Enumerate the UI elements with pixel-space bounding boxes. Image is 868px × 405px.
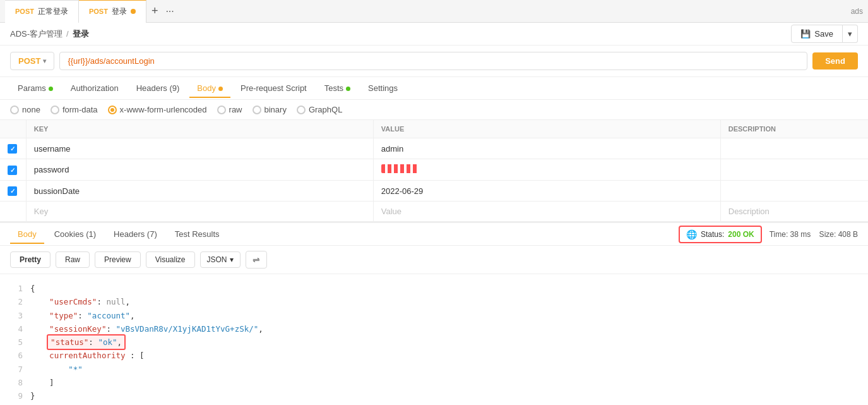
more-tabs-button[interactable]: ··· [165,6,174,17]
row-key-3[interactable]: bussionDate [26,181,373,202]
response-section: Body Cookies (1) Headers (7) Test Result… [0,222,868,405]
request-tabs: Params Authorization Headers (9) Body Pr… [0,77,868,100]
tab-bar-right-label: ads [851,7,863,16]
code-line-9: 9 } [10,389,858,402]
table-row: username admin [0,138,868,159]
save-icon: 💾 [800,29,811,39]
code-content-1: { [30,282,858,295]
resp-tab-body[interactable]: Body [10,224,44,244]
resp-tab-cookies[interactable]: Cookies (1) [47,224,104,244]
line-num-2: 2 [10,295,23,308]
line-num-5: 5 [10,335,23,349]
tab-settings[interactable]: Settings [360,78,405,98]
row-check-3[interactable] [0,181,26,202]
params-table-wrapper: KEY VALUE DESCRIPTION username admin pas… [0,120,868,222]
table-row-placeholder: Key Value Description [0,202,868,222]
code-line-1: 1 { [10,282,858,295]
format-select[interactable]: JSON ▾ [200,251,241,268]
view-visualize-button[interactable]: Visualize [146,251,195,268]
tab-tests[interactable]: Tests [317,78,358,98]
table-row: bussionDate 2022-06-29 [0,181,868,202]
breadcrumb-separator: / [66,29,69,39]
view-pretty-button[interactable]: Pretty [10,251,51,268]
format-chevron-icon: ▾ [230,255,234,264]
view-raw-button[interactable]: Raw [56,251,90,268]
code-line-5: 5 "status": "ok", [10,335,858,349]
line-num-3: 3 [10,309,23,322]
save-button-group: 💾 Save ▾ [791,25,858,43]
row-value-placeholder[interactable]: Value [373,202,720,222]
radio-circle-graphql [297,106,306,114]
save-button[interactable]: 💾 Save [791,25,843,43]
row-desc-3[interactable] [720,181,868,202]
view-preview-button[interactable]: Preview [95,251,141,268]
row-key-1[interactable]: username [26,138,373,159]
code-line-3: 3 "type": "account", [10,309,858,322]
line-num-8: 8 [10,376,23,389]
code-content-2: "userCmds": null, [30,295,858,308]
row-desc-2[interactable] [720,159,868,181]
save-dropdown-button[interactable]: ▾ [843,25,858,43]
row-value-2[interactable] [373,159,720,181]
tab-authorization[interactable]: Authorization [63,78,126,98]
method-select[interactable]: POST ▾ [10,52,54,70]
radio-graphql[interactable]: GraphQL [297,105,342,114]
tab-method-2: POST [89,8,108,15]
breadcrumb-parent[interactable]: ADS-客户管理 [10,28,62,40]
code-content-9: } [30,389,858,402]
code-content-7: "*" [30,363,858,376]
checkbox-3[interactable] [8,186,17,196]
row-check-placeholder[interactable] [0,202,26,222]
radio-none[interactable]: none [10,105,40,114]
code-line-7: 7 "*" [10,363,858,376]
radio-label-raw: raw [229,105,242,114]
radio-urlencoded[interactable]: x-www-form-urlencoded [108,105,207,114]
code-line-6: 6 currentAuthority : [ [10,349,858,362]
tab-normal-login[interactable]: POST 正常登录 [5,0,79,23]
tests-dot [346,87,350,91]
checkbox-2[interactable] [8,166,17,175]
send-button[interactable]: Send [812,52,858,70]
line-num-1: 1 [10,282,23,295]
col-key-header: KEY [26,120,373,138]
row-desc-1[interactable] [720,138,868,159]
radio-label-binary: binary [265,105,287,114]
row-check-2[interactable] [0,159,26,181]
tab-params[interactable]: Params [10,78,61,98]
row-value-3[interactable]: 2022-06-29 [373,181,720,202]
table-row: password [0,159,868,181]
resp-tab-test-results[interactable]: Test Results [167,224,227,244]
row-desc-placeholder[interactable]: Description [720,202,868,222]
tab-method-1: POST [15,8,34,15]
row-value-1[interactable]: admin [373,138,720,159]
response-tabs: Body Cookies (1) Headers (7) Test Result… [0,223,868,246]
row-key-2[interactable]: password [26,159,373,181]
radio-label-graphql: GraphQL [309,105,342,114]
radio-binary[interactable]: binary [253,105,287,114]
add-tab-button[interactable]: + [152,4,158,18]
radio-circle-form-data [51,106,59,114]
code-line-4: 4 "sessionKey": "vBsVDanR8v/X1yjKAD1tYvG… [10,322,858,335]
radio-raw[interactable]: raw [217,105,242,114]
globe-icon: 🌐 [686,229,697,239]
breadcrumb: ADS-客户管理 / 登录 💾 Save ▾ [0,23,868,45]
url-bar: POST ▾ Send [0,45,868,77]
tab-body[interactable]: Body [189,78,230,98]
word-wrap-button[interactable]: ⇌ [246,251,267,269]
tab-login[interactable]: POST 登录 [79,0,146,23]
checkbox-1[interactable] [8,144,17,154]
row-check-1[interactable] [0,138,26,159]
status-badge: 🌐 Status: 200 OK [679,226,762,243]
line-num-9: 9 [10,389,23,402]
code-content-5: "status": "ok", [30,335,858,349]
radio-form-data[interactable]: form-data [51,105,98,114]
tab-pre-request[interactable]: Pre-request Script [233,78,314,98]
radio-label-urlencoded: x-www-form-urlencoded [120,105,207,114]
col-value-header: VALUE [373,120,720,138]
resp-tab-headers[interactable]: Headers (7) [106,224,165,244]
line-num-7: 7 [10,363,23,376]
method-chevron-icon: ▾ [43,57,46,64]
row-key-placeholder[interactable]: Key [26,202,373,222]
url-input[interactable] [59,52,807,70]
tab-headers[interactable]: Headers (9) [129,78,187,98]
